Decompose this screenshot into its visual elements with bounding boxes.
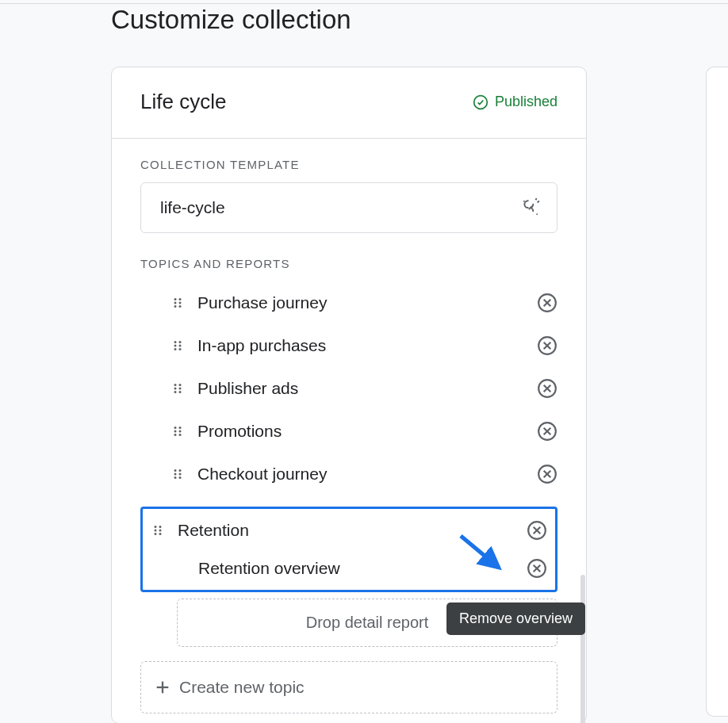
report-item[interactable]: Promotions bbox=[171, 410, 557, 453]
remove-icon[interactable] bbox=[537, 293, 557, 313]
remove-icon[interactable] bbox=[537, 378, 557, 399]
scrollbar[interactable] bbox=[580, 575, 585, 723]
svg-point-45 bbox=[174, 476, 177, 479]
page-title: Customize collection bbox=[111, 5, 351, 35]
topic-header[interactable]: Retention bbox=[143, 518, 555, 550]
topic-name: Retention bbox=[178, 521, 514, 540]
svg-point-50 bbox=[155, 526, 157, 528]
svg-point-52 bbox=[155, 530, 157, 532]
remove-icon[interactable] bbox=[537, 335, 557, 356]
svg-point-26 bbox=[179, 388, 182, 390]
svg-point-32 bbox=[174, 427, 177, 429]
topic-sub-report[interactable]: Retention overview bbox=[143, 550, 555, 579]
highlighted-topic: Retention Retention overview bbox=[140, 507, 557, 592]
svg-point-55 bbox=[159, 533, 162, 535]
report-item[interactable]: In-app purchases bbox=[171, 324, 557, 367]
svg-point-14 bbox=[174, 341, 177, 343]
svg-point-27 bbox=[174, 391, 177, 393]
template-section-label: COLLECTION TEMPLATE bbox=[140, 158, 557, 171]
report-item[interactable]: Purchase journey bbox=[171, 281, 557, 324]
svg-point-5 bbox=[174, 298, 177, 300]
remove-overview-icon[interactable] bbox=[527, 558, 547, 579]
status-badge: Published bbox=[473, 94, 557, 110]
svg-line-1 bbox=[523, 201, 524, 201]
svg-point-46 bbox=[179, 476, 182, 479]
drag-handle-icon[interactable] bbox=[171, 424, 185, 438]
svg-point-24 bbox=[179, 384, 182, 386]
reports-list: Purchase journey In-app purchases Publis… bbox=[140, 281, 557, 495]
tooltip: Remove overview bbox=[446, 602, 585, 635]
svg-point-34 bbox=[174, 430, 177, 433]
report-label: In-app purchases bbox=[197, 336, 524, 355]
svg-point-23 bbox=[174, 384, 177, 386]
svg-point-44 bbox=[179, 473, 182, 476]
drag-handle-icon[interactable] bbox=[171, 467, 185, 481]
svg-point-17 bbox=[179, 345, 182, 347]
svg-point-25 bbox=[174, 388, 177, 390]
remove-topic-icon[interactable] bbox=[527, 520, 547, 541]
svg-line-3 bbox=[538, 201, 539, 202]
report-item[interactable]: Publisher ads bbox=[171, 367, 557, 410]
svg-point-15 bbox=[179, 341, 182, 343]
card-header: Life cycle Published bbox=[112, 67, 586, 139]
svg-point-42 bbox=[179, 469, 182, 472]
remove-icon[interactable] bbox=[537, 464, 557, 484]
report-label: Promotions bbox=[197, 422, 524, 441]
drag-handle-icon[interactable] bbox=[171, 339, 185, 353]
svg-line-4 bbox=[536, 198, 537, 200]
svg-point-16 bbox=[174, 345, 177, 347]
svg-point-8 bbox=[179, 302, 182, 304]
svg-point-53 bbox=[159, 530, 162, 532]
collection-name: Life cycle bbox=[140, 90, 226, 114]
template-field[interactable]: life-cycle bbox=[140, 182, 557, 233]
svg-point-33 bbox=[179, 427, 182, 429]
svg-point-37 bbox=[179, 434, 182, 436]
svg-point-51 bbox=[159, 526, 162, 528]
remove-icon[interactable] bbox=[537, 421, 557, 442]
status-label: Published bbox=[495, 94, 557, 110]
drag-handle-icon[interactable] bbox=[151, 523, 165, 537]
svg-point-36 bbox=[174, 434, 177, 436]
topics-section-label: TOPICS AND REPORTS bbox=[140, 257, 557, 270]
svg-point-10 bbox=[179, 305, 182, 308]
drag-handle-icon[interactable] bbox=[171, 296, 185, 310]
plus-icon bbox=[154, 679, 171, 696]
svg-point-41 bbox=[174, 469, 177, 472]
create-new-topic-button[interactable]: Create new topic bbox=[140, 661, 557, 713]
svg-point-6 bbox=[179, 298, 182, 300]
svg-point-35 bbox=[179, 430, 182, 433]
sub-report-label: Retention overview bbox=[151, 559, 514, 578]
svg-point-9 bbox=[174, 305, 177, 308]
svg-point-28 bbox=[179, 391, 182, 393]
svg-point-19 bbox=[179, 348, 182, 350]
svg-line-2 bbox=[537, 214, 538, 215]
template-value: life-cycle bbox=[160, 198, 225, 217]
svg-point-54 bbox=[155, 533, 157, 535]
unlink-icon[interactable] bbox=[520, 197, 541, 218]
svg-point-18 bbox=[174, 348, 177, 350]
report-label: Publisher ads bbox=[197, 379, 524, 398]
create-topic-label: Create new topic bbox=[179, 678, 305, 697]
side-panel bbox=[706, 67, 728, 717]
report-item[interactable]: Checkout journey bbox=[171, 453, 557, 495]
report-label: Purchase journey bbox=[197, 293, 524, 312]
svg-point-43 bbox=[174, 473, 177, 476]
check-circle-icon bbox=[473, 94, 489, 110]
svg-point-7 bbox=[174, 302, 177, 304]
report-label: Checkout journey bbox=[197, 465, 524, 484]
drag-handle-icon[interactable] bbox=[171, 381, 185, 396]
